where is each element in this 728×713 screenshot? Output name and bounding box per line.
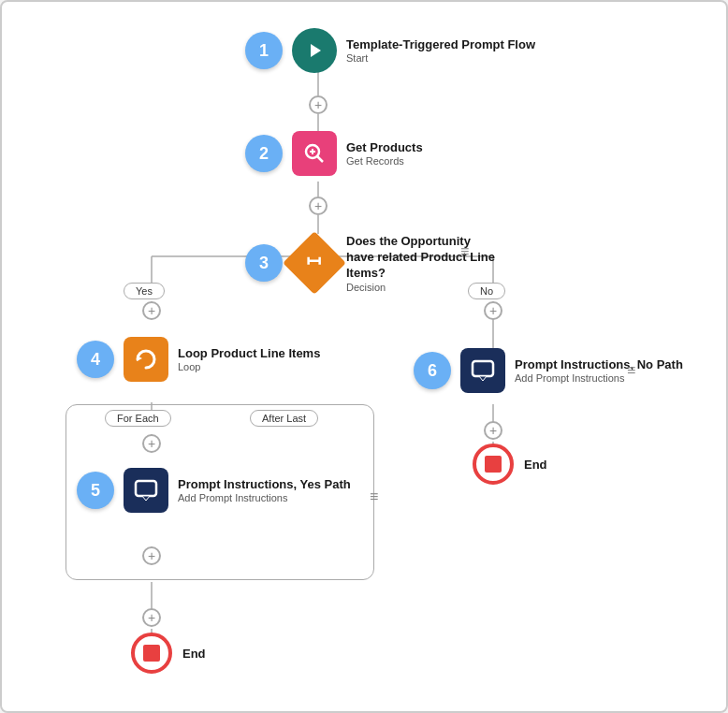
node-5[interactable]: 5 Prompt Instructions, Yes Path Add Prom… (77, 468, 351, 513)
node-6-number: 6 (414, 352, 451, 389)
end-square-no (485, 456, 502, 473)
add-btn-2[interactable]: + (309, 196, 328, 215)
node-4-title: Loop Product Line Items (178, 346, 320, 362)
svg-marker-18 (311, 44, 321, 57)
node-3-note[interactable]: ≡ (460, 243, 469, 260)
node-3[interactable]: 3 Does the Opportunity have related Prod… (245, 234, 496, 293)
svg-marker-29 (142, 496, 150, 501)
end-circle-yes (131, 633, 172, 674)
node-4-subtitle: Loop (178, 361, 320, 372)
node-6-title: Prompt Instructions, No Path (515, 357, 683, 373)
node-6[interactable]: 6 Prompt Instructions, No Path Add Promp… (414, 348, 683, 393)
node-1[interactable]: 1 Template-Triggered Prompt Flow Start (245, 28, 535, 73)
node-5-subtitle: Add Prompt Instructions (178, 492, 351, 503)
node-5-icon (124, 468, 168, 513)
flow-canvas: 1 Template-Triggered Prompt Flow Start +… (0, 0, 728, 713)
node-3-icon (283, 231, 346, 295)
add-btn-after-5[interactable]: + (142, 546, 161, 565)
node-5-number: 5 (77, 472, 114, 509)
end-label-no: End (524, 458, 547, 472)
node-2-icon (292, 131, 337, 176)
node-1-icon (292, 28, 337, 73)
svg-rect-27 (136, 481, 156, 496)
node-2-title: Get Products (346, 140, 423, 156)
add-btn-yes[interactable]: + (142, 301, 161, 320)
node-6-note[interactable]: ≡ (627, 362, 635, 379)
add-btn-after-6[interactable]: + (484, 421, 502, 440)
yes-pill: Yes (124, 283, 165, 299)
node-1-number: 1 (245, 32, 283, 69)
node-3-title: Does the Opportunity have related Produc… (346, 234, 496, 282)
add-btn-no[interactable]: + (484, 301, 502, 320)
add-btn-1[interactable]: + (309, 95, 328, 114)
svg-rect-30 (473, 361, 493, 376)
no-pill: No (468, 283, 505, 299)
node-1-subtitle: Start (346, 52, 535, 64)
node-2[interactable]: 2 Get Products Get Records (245, 131, 423, 176)
node-3-number: 3 (245, 244, 283, 282)
node-6-subtitle: Add Prompt Instructions (515, 372, 683, 384)
svg-marker-32 (479, 376, 487, 381)
add-btn-foreach[interactable]: + (142, 434, 161, 453)
node-1-title: Template-Triggered Prompt Flow (346, 37, 535, 53)
for-each-pill: For Each (105, 410, 171, 427)
node-4-number: 4 (77, 341, 114, 378)
node-2-number: 2 (245, 135, 283, 172)
node-4-icon (124, 337, 168, 382)
node-4[interactable]: 4 Loop Product Line Items Loop (77, 337, 320, 382)
add-btn-main-bottom[interactable]: + (142, 608, 161, 627)
node-6-icon (460, 348, 505, 393)
after-last-pill: After Last (250, 410, 318, 427)
node-5-note[interactable]: ≡ (370, 488, 378, 505)
svg-line-20 (317, 156, 323, 162)
node-2-subtitle: Get Records (346, 155, 423, 167)
end-label-yes: End (182, 647, 206, 661)
end-square-yes (143, 645, 160, 662)
node-5-title: Prompt Instructions, Yes Path (178, 477, 351, 493)
end-circle-no (473, 444, 514, 485)
